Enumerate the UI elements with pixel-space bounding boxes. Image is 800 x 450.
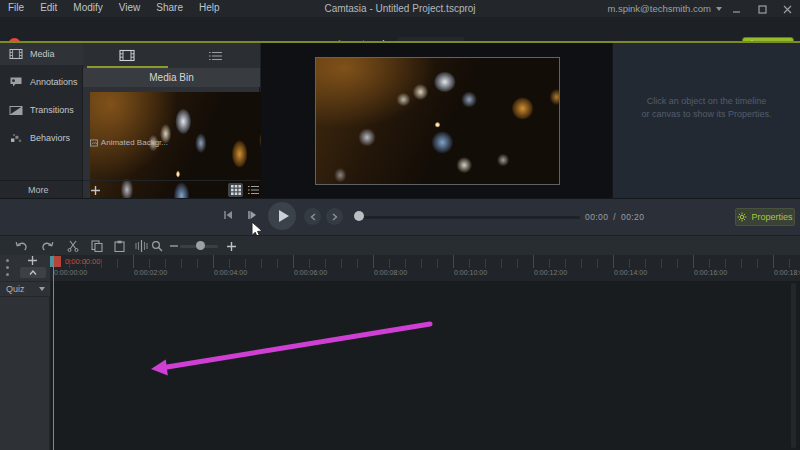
behaviors-icon bbox=[9, 132, 23, 144]
zoom-search-icon bbox=[150, 239, 164, 253]
ruler-label: 0:00:14:00 bbox=[614, 269, 647, 276]
ruler-major-ticks bbox=[53, 255, 800, 268]
next-frame-button[interactable] bbox=[326, 208, 343, 225]
chevron-down-icon bbox=[39, 287, 45, 291]
tab-clip-details[interactable] bbox=[172, 43, 261, 68]
add-media-button[interactable] bbox=[90, 185, 101, 196]
scissors-icon bbox=[67, 240, 79, 252]
ruler-label: 0:00:00:00 bbox=[54, 269, 87, 276]
chevron-right-icon bbox=[332, 213, 338, 221]
canvas-area[interactable] bbox=[261, 43, 612, 198]
media-panel-footer bbox=[83, 180, 260, 199]
copy-icon bbox=[91, 240, 103, 252]
undo-icon bbox=[15, 241, 28, 252]
media-bin-title: Media Bin bbox=[83, 68, 260, 87]
add-track-button[interactable] bbox=[28, 256, 37, 265]
paste-button[interactable] bbox=[112, 239, 126, 253]
close-button[interactable] bbox=[781, 4, 793, 14]
collapse-tracks-button[interactable] bbox=[20, 267, 46, 278]
clipboard-icon bbox=[114, 240, 125, 252]
chevron-down-icon bbox=[716, 7, 722, 11]
sidebar-item-transitions[interactable]: Transitions bbox=[0, 99, 83, 121]
total-time: 00:20 bbox=[621, 212, 644, 222]
quiz-dropdown[interactable]: Quiz bbox=[0, 281, 50, 297]
zoom-out-button[interactable] bbox=[167, 239, 181, 253]
ruler-label: 0:00:06:00 bbox=[294, 269, 327, 276]
chevron-left-icon bbox=[310, 213, 316, 221]
film-icon bbox=[9, 48, 23, 60]
grid-view-button[interactable] bbox=[228, 183, 243, 197]
step-forward-button[interactable] bbox=[245, 208, 259, 222]
list-view-button[interactable] bbox=[246, 183, 261, 197]
menu-bar: File Edit Modify View Share Help Camtasi… bbox=[0, 0, 800, 17]
gear-icon bbox=[737, 212, 747, 222]
grid-icon bbox=[231, 185, 241, 195]
ruler-label: 0:00:16:00 bbox=[694, 269, 727, 276]
zoom-in-button[interactable] bbox=[224, 239, 238, 253]
maximize-button[interactable] bbox=[756, 4, 768, 14]
playhead-line[interactable] bbox=[53, 266, 54, 450]
timeline-zoom-thumb[interactable] bbox=[196, 241, 205, 250]
time-display: 00:00 / 00:20 bbox=[585, 212, 644, 222]
camtasia-window: File Edit Modify View Share Help Camtasi… bbox=[0, 0, 800, 450]
redo-icon bbox=[41, 241, 54, 252]
canvas-preview[interactable] bbox=[315, 57, 560, 185]
properties-panel: Click an object on the timeline or canva… bbox=[612, 43, 800, 198]
properties-placeholder: Click an object on the timeline or canva… bbox=[613, 95, 800, 121]
annotation-icon bbox=[9, 76, 23, 88]
ruler-label: 0:00:02:00 bbox=[134, 269, 167, 276]
ruler-label: 0:00:12:00 bbox=[534, 269, 567, 276]
scrubber-thumb[interactable] bbox=[354, 211, 364, 221]
minimize-button[interactable] bbox=[730, 4, 742, 14]
timeline-scrollbar[interactable] bbox=[791, 283, 796, 448]
media-item[interactable]: Animated Backgr... bbox=[90, 138, 168, 147]
properties-button[interactable]: Properties bbox=[735, 208, 795, 226]
ruler-label: 0:00:08:00 bbox=[374, 269, 407, 276]
play-button[interactable] bbox=[268, 202, 296, 230]
tools-sidebar: Media Annotations Transitions Behavior bbox=[0, 43, 83, 198]
account-email: m.spink@techsmith.com bbox=[607, 3, 711, 14]
ruler-label: 0:00:18:00 bbox=[774, 269, 800, 276]
cut-button[interactable] bbox=[66, 239, 80, 253]
skip-to-start-button[interactable] bbox=[221, 208, 235, 222]
media-bin-panel: Media Bin Animated Backgr... bbox=[83, 43, 260, 198]
skip-start-icon bbox=[221, 208, 235, 222]
playhead-handle[interactable] bbox=[49, 256, 61, 267]
media-type-icon bbox=[90, 139, 98, 147]
step-forward-icon bbox=[245, 208, 259, 222]
more-button[interactable]: More bbox=[0, 180, 83, 199]
previous-frame-button[interactable] bbox=[304, 208, 321, 225]
ruler-label: 0:00:10:00 bbox=[454, 269, 487, 276]
top-toolbar: Record 20% Share bbox=[0, 17, 800, 41]
tab-media-bin[interactable] bbox=[83, 43, 172, 68]
playback-scrubber[interactable] bbox=[358, 216, 580, 219]
ruler-label: 0:00:04:00 bbox=[214, 269, 247, 276]
track-options-area bbox=[0, 255, 50, 281]
magnifier-icon bbox=[151, 240, 163, 252]
track-header-column bbox=[0, 297, 50, 450]
redo-button[interactable] bbox=[40, 239, 54, 253]
undo-button[interactable] bbox=[14, 239, 28, 253]
play-icon bbox=[278, 209, 290, 223]
timeline-tracks-area[interactable] bbox=[51, 281, 800, 450]
timeline-ruler[interactable]: 0:00:00:00 0:00:02:00 0:00:04:00 0:00:06… bbox=[0, 255, 800, 281]
media-panel-tabbar bbox=[83, 43, 260, 68]
preview-video-frame bbox=[316, 58, 559, 184]
current-time: 00:00 bbox=[585, 212, 608, 222]
details-list-icon bbox=[208, 50, 223, 62]
sidebar-item-behaviors[interactable]: Behaviors bbox=[0, 127, 83, 149]
sidebar-item-media[interactable]: Media bbox=[0, 43, 83, 65]
playhead-time-label: 0:00:00:00 bbox=[65, 257, 100, 266]
account-menu[interactable]: m.spink@techsmith.com bbox=[607, 3, 722, 14]
sidebar-item-annotations[interactable]: Annotations bbox=[0, 71, 83, 93]
playback-bar: 00:00 / 00:20 Properties bbox=[0, 198, 800, 235]
list-icon bbox=[248, 185, 259, 195]
split-icon bbox=[135, 240, 148, 252]
timeline-toolbar bbox=[0, 235, 800, 255]
split-button[interactable] bbox=[134, 239, 148, 253]
transition-icon bbox=[9, 105, 23, 116]
copy-button[interactable] bbox=[90, 239, 104, 253]
film-icon bbox=[119, 49, 135, 62]
